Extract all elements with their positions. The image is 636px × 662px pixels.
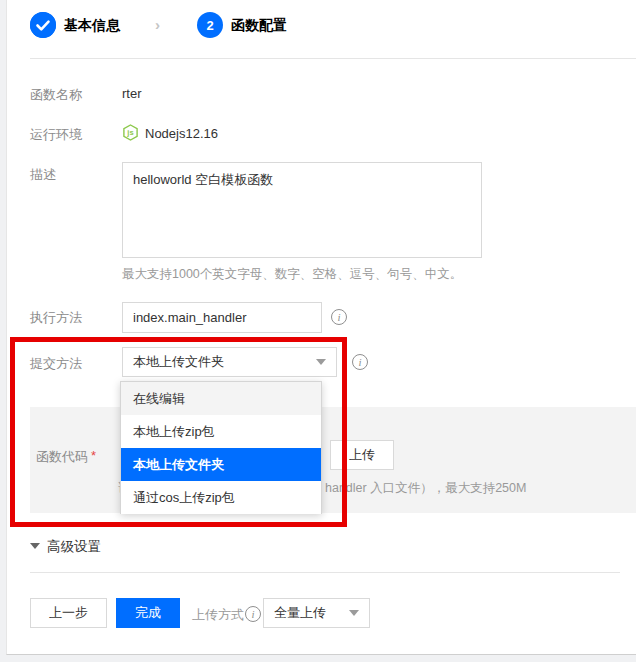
- submit-method-dropdown: 在线编辑 本地上传zip包 本地上传文件夹 通过cos上传zip包: [120, 381, 322, 514]
- dropdown-option-local-folder[interactable]: 本地上传文件夹: [121, 448, 321, 481]
- description-textarea[interactable]: helloworld 空白模板函数: [122, 162, 482, 258]
- submit-method-select[interactable]: 本地上传文件夹: [122, 347, 337, 377]
- svg-text:js: js: [126, 128, 133, 137]
- upload-button[interactable]: 上传: [330, 440, 394, 470]
- upload-mode-value: 全量上传: [274, 604, 326, 622]
- step1-done-icon: [30, 12, 56, 38]
- submit-method-label: 提交方法: [30, 355, 82, 373]
- upload-mode-label: 上传方式: [192, 606, 244, 624]
- nodejs-icon: js: [122, 124, 139, 141]
- runtime-label: 运行环境: [30, 126, 82, 144]
- dropdown-option-cos-zip[interactable]: 通过cos上传zip包: [121, 481, 321, 514]
- dropdown-option-local-zip[interactable]: 本地上传zip包: [121, 415, 321, 448]
- footer-divider: [30, 572, 620, 573]
- upload-mode-info-icon[interactable]: i: [245, 606, 261, 622]
- code-hint-text: handler 入口文件），最大支持250M: [325, 480, 526, 497]
- step1-label[interactable]: 基本信息: [64, 12, 120, 38]
- dropdown-option-online-edit[interactable]: 在线编辑: [121, 382, 321, 415]
- description-label: 描述: [30, 166, 56, 184]
- runtime-value: Nodejs12.16: [145, 126, 218, 141]
- handler-label: 执行方法: [30, 309, 82, 327]
- check-icon: [30, 12, 56, 38]
- function-code-label-row: 函数代码 *: [36, 448, 96, 466]
- previous-step-button[interactable]: 上一步: [30, 598, 107, 628]
- function-name-value: rter: [122, 86, 142, 101]
- step2-number-badge: 2: [197, 12, 223, 38]
- submit-method-info-icon[interactable]: i: [352, 354, 368, 370]
- chevron-right-icon: ›: [155, 12, 160, 38]
- function-code-label: 函数代码: [36, 448, 88, 466]
- submit-method-value: 本地上传文件夹: [133, 353, 224, 371]
- upload-mode-select[interactable]: 全量上传: [263, 598, 370, 628]
- caret-down-icon: [30, 543, 40, 549]
- page: 基本信息 › 2 函数配置 函数名称 rter 运行环境 js Nodejs12…: [0, 0, 636, 662]
- handler-input[interactable]: index.main_handler: [122, 302, 322, 333]
- description-hint: 最大支持1000个英文字母、数字、空格、逗号、句号、中文。: [122, 266, 462, 283]
- required-asterisk: *: [91, 448, 96, 466]
- finish-button[interactable]: 完成: [116, 598, 180, 628]
- function-name-label: 函数名称: [30, 86, 82, 104]
- handler-info-icon[interactable]: i: [331, 309, 347, 325]
- advanced-settings-label: 高级设置: [47, 538, 101, 556]
- header-divider: [30, 58, 636, 59]
- step2-label: 函数配置: [231, 12, 287, 38]
- advanced-settings-toggle[interactable]: 高级设置: [30, 538, 101, 556]
- chevron-down-icon: [349, 610, 359, 616]
- chevron-down-icon: [316, 359, 326, 365]
